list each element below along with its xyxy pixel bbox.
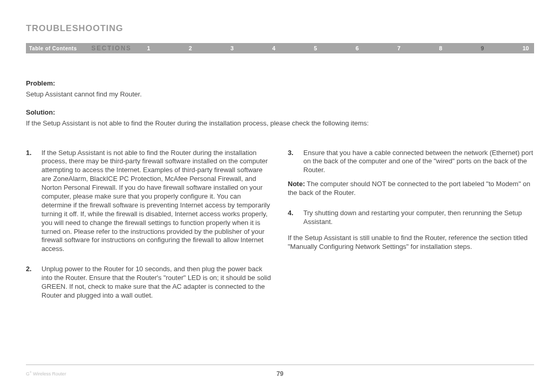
footer-product: G+ Wireless Router	[26, 370, 66, 376]
list-number: 4.	[288, 209, 303, 227]
page-title: TROUBLESHOOTING	[26, 23, 534, 34]
nav-section-10[interactable]: 10	[523, 45, 529, 51]
note-block: Note: The computer should NOT be connect…	[288, 180, 534, 198]
left-column: 1. If the Setup Assistant is not able to…	[26, 149, 272, 312]
problem-text: Setup Assistant cannot find my Router.	[26, 90, 534, 99]
right-column: 3. Ensure that you have a cable connecte…	[288, 149, 534, 312]
nav-section-numbers: 1 2 3 4 5 6 7 8 9 10	[147, 45, 531, 51]
list-item: 1. If the Setup Assistant is not able to…	[26, 149, 272, 254]
nav-toc-link[interactable]: Table of Contents	[29, 46, 77, 51]
page-footer: G+ Wireless Router 79	[26, 365, 534, 376]
nav-section-7[interactable]: 7	[397, 45, 400, 51]
solution-label: Solution:	[26, 108, 534, 117]
list-text: Ensure that you have a cable connected b…	[303, 149, 534, 175]
nav-section-1[interactable]: 1	[147, 45, 150, 51]
nav-section-4[interactable]: 4	[272, 45, 275, 51]
problem-label: Problem:	[26, 79, 534, 88]
note-label: Note:	[288, 180, 305, 188]
note-text: The computer should NOT be connected to …	[288, 180, 530, 197]
list-number: 3.	[288, 149, 303, 175]
solution-intro: If the Setup Assistant is not able to fi…	[26, 119, 534, 128]
two-column-layout: 1. If the Setup Assistant is not able to…	[26, 149, 534, 312]
nav-section-2[interactable]: 2	[189, 45, 192, 51]
list-number: 1.	[26, 149, 41, 254]
nav-section-8[interactable]: 8	[439, 45, 442, 51]
nav-section-5[interactable]: 5	[314, 45, 317, 51]
list-text: Unplug power to the Router for 10 second…	[41, 265, 272, 300]
nav-section-3[interactable]: 3	[230, 45, 233, 51]
list-item: 2. Unplug power to the Router for 10 sec…	[26, 265, 272, 300]
content-area: Problem: Setup Assistant cannot find my …	[26, 79, 534, 312]
nav-bar: Table of Contents SECTIONS 1 2 3 4 5 6 7…	[26, 43, 534, 53]
list-number: 2.	[26, 265, 41, 300]
nav-section-9[interactable]: 9	[481, 45, 484, 51]
list-text: Try shutting down and restarting your co…	[303, 209, 534, 227]
list-text: If the Setup Assistant is not able to fi…	[41, 149, 272, 254]
footer-page-number: 79	[276, 370, 283, 377]
list-item: 3. Ensure that you have a cable connecte…	[288, 149, 534, 175]
list-item: 4. Try shutting down and restarting your…	[288, 209, 534, 227]
page: TROUBLESHOOTING Table of Contents SECTIO…	[0, 0, 560, 392]
nav-sections-label: SECTIONS	[91, 45, 131, 52]
nav-section-6[interactable]: 6	[356, 45, 359, 51]
closing-text: If the Setup Assistant is still unable t…	[288, 234, 534, 251]
